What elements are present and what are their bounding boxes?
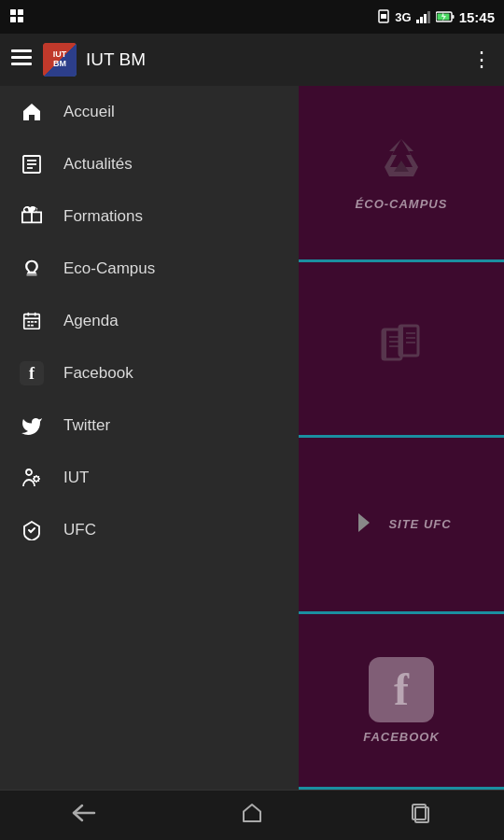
nav-label-formations: Formations [63,207,143,226]
nav-item-formations[interactable]: Formations [0,190,299,243]
svg-rect-26 [27,325,30,327]
nav-item-accueil[interactable]: Accueil [0,86,299,138]
nav-item-eco-campus[interactable]: Eco-Campus [0,243,299,295]
nav-item-iut[interactable]: IUT [0,452,299,504]
svg-rect-3 [18,17,23,22]
nav-label-ufc: UFC [63,521,96,539]
nav-label-facebook: Facebook [63,364,133,383]
nav-label-agenda: Agenda [63,312,119,330]
svg-rect-15 [11,63,32,65]
home-icon [19,99,45,125]
svg-rect-8 [424,14,427,23]
formations-icon [19,203,45,230]
panel-card-eco[interactable]: Éco-Campus [299,86,504,262]
main-layout: Accueil Actualités Formati [0,86,504,790]
status-bar: 3G 15:45 [0,0,504,34]
facebook-large-icon: f [369,657,434,722]
eco-icon [19,256,45,282]
panel-card-site-ufc[interactable]: Site UFC [299,438,504,614]
svg-rect-6 [416,20,419,23]
svg-point-30 [35,477,39,482]
svg-rect-34 [399,326,403,356]
grid-icon [9,8,26,25]
recent-apps-button[interactable] [336,803,504,829]
svg-point-29 [26,469,32,475]
status-right: 3G 15:45 [377,9,495,25]
svg-rect-13 [11,49,32,52]
agenda-icon [19,308,45,334]
bottom-nav [0,790,504,840]
panel-card-facebook[interactable]: f Facebook [299,614,504,791]
panel-label-facebook: Facebook [363,730,440,744]
panel-label-site-ufc: Site UFC [388,517,451,531]
svg-rect-7 [420,17,423,23]
more-options-button[interactable]: ⋮ [471,48,493,72]
nav-item-agenda[interactable]: Agenda [0,295,299,347]
signal-icon [416,10,431,23]
nav-item-actualites[interactable]: Actualités [0,138,299,190]
back-button[interactable] [0,803,168,829]
svg-rect-25 [31,321,34,323]
svg-rect-28 [35,321,37,323]
nav-drawer: Accueil Actualités Formati [0,86,299,790]
svg-marker-41 [358,513,370,532]
svg-rect-1 [18,9,23,15]
svg-rect-27 [31,325,34,327]
news-icon [19,151,45,177]
battery-icon [436,10,455,23]
twitter-icon [19,413,45,439]
status-left [9,8,26,25]
nav-label-actualites: Actualités [63,155,133,174]
svg-rect-24 [27,321,30,323]
ufc-icon [19,517,45,543]
top-bar: IUT BM IUT BM ⋮ [0,34,504,86]
network-label: 3G [395,10,411,24]
nav-item-twitter[interactable]: Twitter [0,399,299,452]
nav-item-ufc[interactable]: UFC [0,504,299,556]
time-display: 15:45 [459,9,495,25]
facebook-icon: f [19,360,45,386]
app-logo: IUT BM [43,43,77,77]
home-button[interactable] [168,802,336,830]
panel-label-eco: Éco-Campus [356,197,448,211]
svg-rect-14 [11,56,32,59]
ufc-arrow-icon [351,509,379,540]
nav-item-facebook[interactable]: f Facebook [0,347,299,399]
svg-rect-9 [427,11,430,23]
nav-label-accueil: Accueil [63,103,115,121]
book-icon [373,318,429,378]
svg-rect-0 [10,9,16,15]
svg-rect-11 [452,15,454,19]
site-ufc-content: Site UFC [351,509,451,540]
recycle-icon [373,134,429,189]
sim-icon [377,9,390,24]
nav-label-iut: IUT [63,469,89,487]
right-panel: Éco-Campus For [299,86,504,790]
app-title: IUT BM [86,49,471,70]
iut-icon [19,465,45,491]
nav-label-eco: Eco-Campus [63,259,155,278]
svg-rect-32 [383,329,386,359]
panel-card-formations[interactable]: Formations [299,262,504,439]
hamburger-button[interactable] [11,49,32,71]
nav-label-twitter: Twitter [63,416,110,435]
svg-rect-2 [10,17,16,22]
svg-rect-5 [381,14,386,19]
